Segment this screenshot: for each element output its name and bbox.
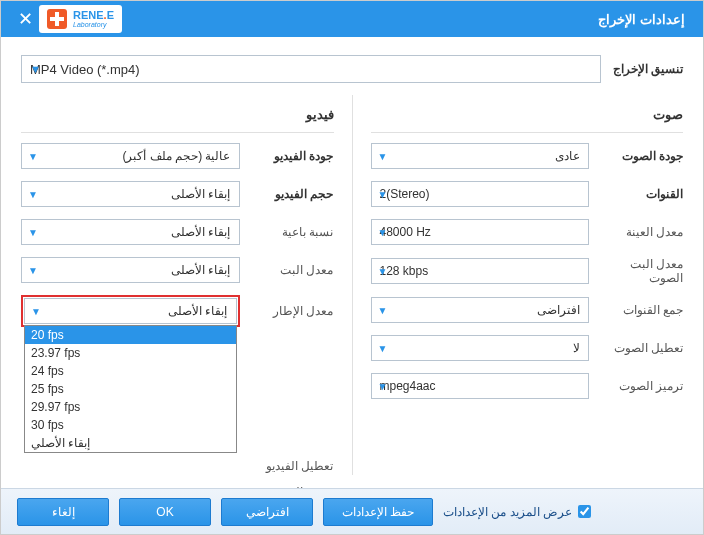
more-settings-checkbox[interactable] — [578, 505, 591, 518]
chevron-down-icon: ▼ — [30, 63, 41, 75]
chevron-down-icon: ▼ — [31, 306, 41, 317]
chevron-down-icon: ▼ — [28, 151, 38, 162]
channels-label: القنوات — [599, 187, 683, 201]
audio-heading: صوت — [371, 101, 684, 133]
aspect-ratio-label: نسبة باعية — [250, 225, 334, 239]
disable-audio-select[interactable]: لا▼ — [371, 335, 590, 361]
disable-audio-label: تعطيل الصوت — [599, 341, 683, 355]
framerate-option[interactable]: 29.97 fps — [25, 398, 236, 416]
chevron-down-icon: ▼ — [378, 381, 388, 392]
brand-logo: RENE.E Laboratory — [39, 5, 122, 33]
window-title: إعدادات الإخراج — [130, 12, 693, 27]
audio-codec-label: ترميز الصوت — [599, 379, 683, 393]
output-format-select[interactable]: MP4 Video (*.mp4) ▼ — [21, 55, 601, 83]
framerate-option[interactable]: 24 fps — [25, 362, 236, 380]
framerate-option[interactable]: إعدادات مخصصة — [25, 452, 236, 453]
framerate-dropdown[interactable]: 20 fps23.97 fps24 fps25 fps29.97 fps30 f… — [24, 325, 237, 453]
channels-select[interactable]: 2(Stereo)▼ — [371, 181, 590, 207]
close-button[interactable]: ✕ — [11, 8, 39, 30]
audio-codec-select[interactable]: mpeg4aac▼ — [371, 373, 590, 399]
output-format-label: تنسيق الإخراج — [613, 62, 683, 76]
video-size-select[interactable]: إبقاء الأصلى▼ — [21, 181, 240, 207]
plus-icon — [47, 9, 67, 29]
audio-quality-label: جودة الصوت — [599, 149, 683, 163]
framerate-highlight: إبقاء الأصلى▼ 20 fps23.97 fps24 fps25 fp… — [21, 295, 240, 327]
framerate-option[interactable]: 30 fps — [25, 416, 236, 434]
audio-bitrate-label: معدل البت الصوت — [599, 257, 683, 285]
audio-bitrate-select[interactable]: 128 kbps▼ — [371, 258, 590, 284]
framerate-option[interactable]: إبقاء الأصلي — [25, 434, 236, 452]
chevron-down-icon: ▼ — [28, 189, 38, 200]
cancel-button[interactable]: إلغاء — [17, 498, 109, 526]
more-settings-label: عرض المزيد من الإعدادات — [443, 505, 572, 519]
mix-channels-label: جمع القنوات — [599, 303, 683, 317]
save-settings-button[interactable]: حفظ الإعدادات — [323, 498, 433, 526]
video-bitrate-label: معدل البت — [250, 263, 334, 277]
aspect-ratio-select[interactable]: إبقاء الأصلى▼ — [21, 219, 240, 245]
samplerate-label: معدل العينة — [599, 225, 683, 239]
video-quality-select[interactable]: عالية (حجم ملف أكبر)▼ — [21, 143, 240, 169]
samplerate-select[interactable]: 48000 Hz▼ — [371, 219, 590, 245]
video-quality-label: جودة الفيديو — [250, 149, 334, 163]
video-heading: فيديو — [21, 101, 334, 133]
chevron-down-icon: ▼ — [378, 189, 388, 200]
chevron-down-icon: ▼ — [378, 266, 388, 277]
default-button[interactable]: افتراضي — [221, 498, 313, 526]
audio-quality-select[interactable]: عادى▼ — [371, 143, 590, 169]
chevron-down-icon: ▼ — [28, 227, 38, 238]
video-bitrate-select[interactable]: إبقاء الأصلى▼ — [21, 257, 240, 283]
ok-button[interactable]: OK — [119, 498, 211, 526]
output-format-value: MP4 Video (*.mp4) — [30, 62, 140, 77]
framerate-label: معدل الإطار — [250, 304, 334, 318]
disable-video-label: تعطيل الفيديو — [250, 459, 334, 473]
framerate-option[interactable]: 23.97 fps — [25, 344, 236, 362]
chevron-down-icon: ▼ — [378, 305, 388, 316]
video-size-label: حجم الفيديو — [250, 187, 334, 201]
chevron-down-icon: ▼ — [378, 343, 388, 354]
framerate-select[interactable]: إبقاء الأصلى▼ — [24, 298, 237, 324]
framerate-option[interactable]: 20 fps — [25, 326, 236, 344]
chevron-down-icon: ▼ — [28, 265, 38, 276]
mix-channels-select[interactable]: افتراضى▼ — [371, 297, 590, 323]
chevron-down-icon: ▼ — [378, 227, 388, 238]
framerate-option[interactable]: 25 fps — [25, 380, 236, 398]
chevron-down-icon: ▼ — [378, 151, 388, 162]
